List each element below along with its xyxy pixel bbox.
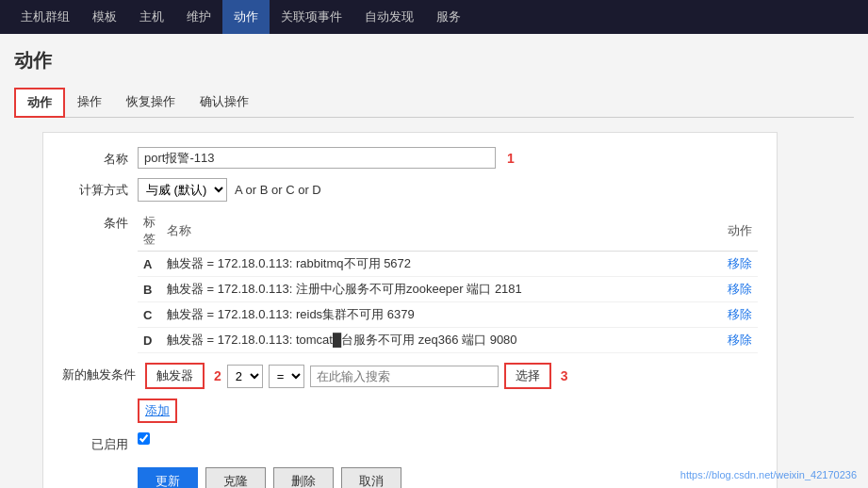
- remove-link[interactable]: 移除: [728, 282, 752, 296]
- form-area: 名称 1 计算方式 与威 (默认) A or B or C or D 条件: [42, 132, 778, 488]
- trigger-annotation: 2: [214, 368, 221, 383]
- nav-item-template[interactable]: 模板: [81, 0, 128, 34]
- conditions-row: 条件 标签 名称 动作 A 触发器 = 172.18.0.113: rabbit…: [62, 211, 758, 353]
- calc-control-wrap: 与威 (默认) A or B or C or D: [138, 178, 758, 202]
- action-buttons: 更新 克隆 删除 取消: [62, 467, 758, 488]
- top-nav: 主机群组 模板 主机 维护 动作 关联项事件 自动发现 服务: [0, 0, 868, 34]
- col-name: 名称: [161, 211, 705, 252]
- name-input[interactable]: [138, 147, 496, 169]
- delete-button[interactable]: 删除: [273, 467, 334, 488]
- add-wrap: 添加: [138, 399, 758, 423]
- condition-action: 移除: [705, 252, 758, 277]
- add-spacer: [62, 399, 138, 402]
- enabled-row: 已启用: [62, 432, 758, 453]
- clone-button[interactable]: 克隆: [205, 467, 266, 488]
- select-button[interactable]: 选择: [504, 363, 551, 389]
- col-tag: 标签: [138, 211, 161, 252]
- name-annotation: 1: [507, 151, 515, 166]
- nav-item-maintenance[interactable]: 维护: [175, 0, 222, 34]
- nav-item-actions[interactable]: 动作: [222, 0, 270, 34]
- add-row: 添加: [62, 399, 758, 423]
- new-trigger-row: 新的触发条件 触发器 2 2 3 4 = 选择 3: [62, 363, 758, 389]
- calc-row: 计算方式 与威 (默认) A or B or C or D: [62, 178, 758, 202]
- name-label: 名称: [62, 147, 138, 168]
- table-row: D 触发器 = 172.18.0.113: tomcat█台服务不可用 zeq3…: [138, 328, 758, 353]
- enabled-checkbox-wrap: [138, 432, 150, 445]
- page-content: 动作 动作 操作 恢复操作 确认操作 名称 1 计算方式 与威 (默认) A o…: [0, 34, 868, 488]
- table-row: B 触发器 = 172.18.0.113: 注册中心服务不可用zookeeper…: [138, 277, 758, 302]
- select-annotation: 3: [561, 368, 568, 383]
- conditions-label: 条件: [62, 211, 138, 232]
- condition-action: 移除: [705, 277, 758, 302]
- calc-select[interactable]: 与威 (默认): [138, 178, 227, 202]
- enabled-checkbox[interactable]: [138, 432, 150, 445]
- name-control-wrap: 1: [138, 147, 758, 169]
- condition-tag: B: [138, 277, 161, 302]
- nav-item-host[interactable]: 主机: [128, 0, 175, 34]
- tab-operations[interactable]: 操作: [65, 88, 114, 118]
- condition-tag: A: [138, 252, 161, 277]
- enabled-wrap: [138, 432, 758, 445]
- new-trigger-controls: 触发器 2 2 3 4 = 选择 3: [145, 363, 758, 389]
- condition-name: 触发器 = 172.18.0.113: tomcat█台服务不可用 zeq366…: [161, 328, 705, 353]
- col-action: 动作: [705, 211, 758, 252]
- condition-tag: D: [138, 328, 161, 353]
- condition-name: 触发器 = 172.18.0.113: reids集群不可用 6379: [161, 302, 705, 328]
- trigger-num-select[interactable]: 2 3 4: [227, 365, 263, 388]
- nav-item-discovery[interactable]: 自动发现: [353, 0, 425, 34]
- update-button[interactable]: 更新: [138, 467, 198, 488]
- condition-tag: C: [138, 302, 161, 328]
- cancel-button[interactable]: 取消: [341, 467, 401, 488]
- watermark: https://blog.csdn.net/weixin_42170236: [680, 469, 857, 480]
- conditions-section: 标签 名称 动作 A 触发器 = 172.18.0.113: rabbitmq不…: [138, 211, 758, 353]
- sub-tabs: 动作 操作 恢复操作 确认操作: [14, 88, 854, 118]
- calc-hint: A or B or C or D: [235, 183, 321, 197]
- tab-acknowledge[interactable]: 确认操作: [188, 88, 261, 118]
- tab-action[interactable]: 动作: [14, 88, 65, 118]
- tab-recovery[interactable]: 恢复操作: [114, 88, 188, 118]
- page-title: 动作: [14, 43, 854, 78]
- remove-link[interactable]: 移除: [728, 333, 752, 347]
- nav-item-event-correlation[interactable]: 关联项事件: [270, 0, 353, 34]
- remove-link[interactable]: 移除: [728, 307, 752, 321]
- condition-action: 移除: [705, 302, 758, 328]
- condition-action: 移除: [705, 328, 758, 353]
- trigger-type-btn[interactable]: 触发器: [145, 363, 205, 389]
- remove-link[interactable]: 移除: [728, 256, 752, 270]
- new-trigger-label: 新的触发条件: [62, 363, 145, 383]
- nav-item-services[interactable]: 服务: [425, 0, 472, 34]
- table-row: A 触发器 = 172.18.0.113: rabbitmq不可用 5672 移…: [138, 252, 758, 277]
- name-row: 名称 1: [62, 147, 758, 169]
- add-link[interactable]: 添加: [138, 399, 177, 423]
- condition-name: 触发器 = 172.18.0.113: rabbitmq不可用 5672: [161, 252, 705, 277]
- trigger-equals-select[interactable]: =: [269, 365, 304, 388]
- enabled-label: 已启用: [62, 432, 138, 453]
- condition-name: 触发器 = 172.18.0.113: 注册中心服务不可用zookeeper 端…: [161, 277, 705, 302]
- nav-item-host-group[interactable]: 主机群组: [9, 0, 81, 34]
- table-row: C 触发器 = 172.18.0.113: reids集群不可用 6379 移除: [138, 302, 758, 328]
- conditions-table: 标签 名称 动作 A 触发器 = 172.18.0.113: rabbitmq不…: [138, 211, 758, 353]
- calc-label: 计算方式: [62, 178, 138, 199]
- trigger-search-input[interactable]: [310, 366, 499, 387]
